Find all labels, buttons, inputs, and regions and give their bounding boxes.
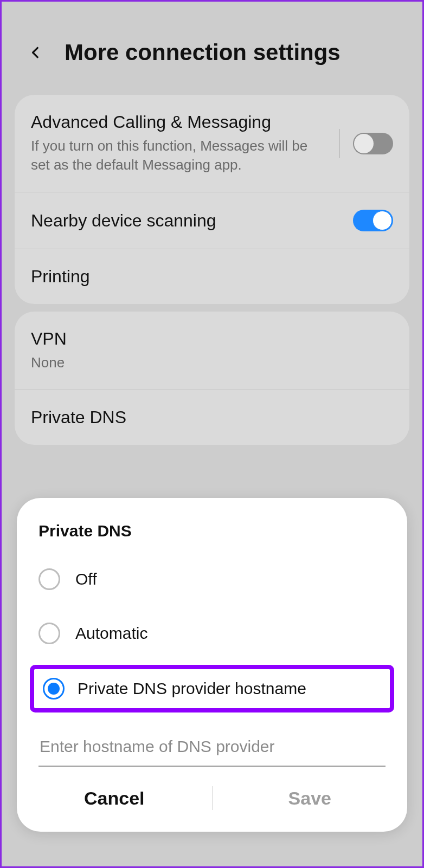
dialog-title: Private DNS — [17, 522, 407, 552]
advanced-calling-toggle[interactable] — [353, 133, 393, 154]
vpn-row[interactable]: VPN None — [15, 312, 409, 390]
page-title: More connection settings — [65, 40, 341, 66]
radio-off[interactable]: Off — [17, 552, 407, 606]
nearby-scanning-row[interactable]: Nearby device scanning — [15, 192, 409, 249]
advanced-calling-row[interactable]: Advanced Calling & Messaging If you turn… — [15, 95, 409, 192]
radio-hostname[interactable]: Private DNS provider hostname — [30, 665, 394, 712]
advanced-calling-sub: If you turn on this function, Messages w… — [31, 137, 326, 174]
hostname-input-wrap — [17, 717, 407, 770]
settings-card-1: Advanced Calling & Messaging If you turn… — [15, 95, 409, 304]
private-dns-title: Private DNS — [31, 407, 393, 427]
radio-off-label: Off — [75, 570, 97, 588]
radio-hostname-label: Private DNS provider hostname — [78, 679, 306, 698]
vpn-title: VPN — [31, 329, 393, 349]
radio-off-button[interactable] — [38, 568, 60, 590]
vpn-sub: None — [31, 353, 393, 372]
back-icon[interactable] — [29, 46, 43, 60]
radio-automatic[interactable]: Automatic — [17, 606, 407, 660]
radio-automatic-button[interactable] — [38, 623, 60, 644]
nearby-scanning-toggle[interactable] — [353, 210, 393, 231]
nearby-scanning-title: Nearby device scanning — [31, 211, 353, 231]
radio-automatic-label: Automatic — [75, 624, 147, 643]
settings-card-2: VPN None Private DNS — [15, 312, 409, 445]
hostname-input[interactable] — [38, 728, 386, 767]
page-header: More connection settings — [2, 2, 422, 87]
divider — [339, 129, 340, 158]
printing-row[interactable]: Printing — [15, 249, 409, 304]
printing-title: Printing — [31, 267, 393, 287]
private-dns-row[interactable]: Private DNS — [15, 390, 409, 445]
advanced-calling-title: Advanced Calling & Messaging — [31, 112, 326, 132]
dialog-buttons: Cancel Save — [17, 770, 407, 825]
save-button[interactable]: Save — [213, 788, 408, 809]
radio-hostname-button[interactable] — [43, 678, 65, 699]
cancel-button[interactable]: Cancel — [17, 788, 212, 809]
private-dns-dialog: Private DNS Off Automatic Private DNS pr… — [17, 498, 407, 832]
